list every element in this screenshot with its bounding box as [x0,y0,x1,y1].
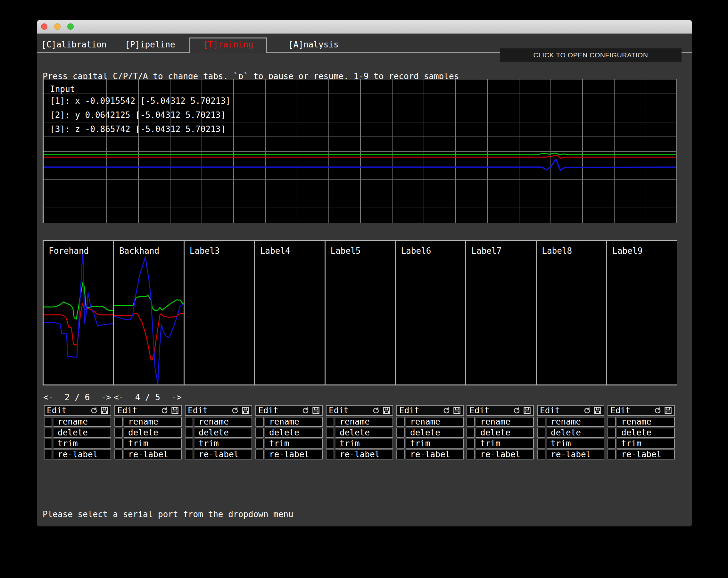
checkbox-rename[interactable] [44,417,52,427]
menu-item-rename[interactable]: rename [194,417,252,427]
save-icon[interactable] [594,406,601,414]
menu-item-rename[interactable]: rename [124,417,182,427]
menu-item-rename[interactable]: rename [547,417,604,427]
refresh-icon[interactable] [302,406,309,414]
tab-pipeline[interactable]: [P]ipeline [125,40,175,49]
menu-item-re-label[interactable]: re-label [265,449,323,459]
checkbox-trim[interactable] [467,439,475,449]
refresh-icon[interactable] [160,406,168,414]
menu-item-delete[interactable]: delete [124,428,182,438]
menu-item-delete[interactable]: delete [53,428,111,438]
menu-item-trim[interactable]: trim [547,439,604,449]
checkbox-rename[interactable] [185,417,193,427]
refresh-icon[interactable] [90,406,98,414]
menu-item-delete[interactable]: delete [476,428,534,438]
zoom-button[interactable] [67,23,74,30]
menu-item-rename[interactable]: rename [53,417,111,427]
checkbox-re-label[interactable] [326,449,334,459]
menu-item-trim[interactable]: trim [53,439,111,449]
menu-item-trim[interactable]: trim [265,439,323,449]
menu-item-delete[interactable]: delete [617,428,675,438]
checkbox-rename[interactable] [467,417,475,427]
tab-calibration[interactable]: [C]alibration [41,40,107,49]
menu-item-delete[interactable]: delete [336,428,393,438]
checkbox-delete[interactable] [326,428,334,438]
checkbox-re-label[interactable] [185,449,193,459]
tab-analysis[interactable]: [A]nalysis [288,40,339,49]
checkbox-rename[interactable] [537,417,545,427]
menu-item-re-label[interactable]: re-label [476,449,534,459]
refresh-icon[interactable] [654,406,661,414]
menu-item-trim[interactable]: trim [406,439,464,449]
menu-item-rename[interactable]: rename [617,417,675,427]
minimize-button[interactable] [54,23,60,30]
checkbox-re-label[interactable] [44,449,52,459]
menu-item-trim[interactable]: trim [336,439,393,449]
checkbox-delete[interactable] [467,428,475,438]
menu-item-trim[interactable]: trim [617,439,675,449]
checkbox-re-label[interactable] [255,449,264,459]
checkbox-re-label[interactable] [396,449,405,459]
menu-item-re-label[interactable]: re-label [53,449,111,459]
menu-item-delete[interactable]: delete [547,428,604,438]
menu-item-rename[interactable]: rename [265,417,323,427]
checkbox-trim[interactable] [396,439,405,449]
menu-item-re-label[interactable]: re-label [406,449,464,459]
menu-item-rename[interactable]: rename [406,417,464,427]
menu-item-trim[interactable]: trim [476,439,534,449]
checkbox-delete[interactable] [114,428,123,438]
menu-item-trim[interactable]: trim [194,439,252,449]
pager-next-arrow[interactable]: -> [101,393,111,402]
pager-next-arrow[interactable]: -> [172,393,182,402]
checkbox-re-label[interactable] [607,449,616,459]
refresh-icon[interactable] [583,406,591,414]
refresh-icon[interactable] [513,406,520,414]
checkbox-delete[interactable] [396,428,405,438]
save-icon[interactable] [312,406,320,414]
menu-item-re-label[interactable]: re-label [194,449,252,459]
checkbox-delete[interactable] [44,428,52,438]
menu-item-trim[interactable]: trim [124,439,182,449]
save-icon[interactable] [242,406,249,414]
save-icon[interactable] [453,406,461,414]
checkbox-rename[interactable] [396,417,405,427]
checkbox-re-label[interactable] [467,449,475,459]
menu-item-delete[interactable]: delete [194,428,252,438]
menu-item-re-label[interactable]: re-label [336,449,393,459]
checkbox-rename[interactable] [114,417,123,427]
checkbox-trim[interactable] [537,439,545,449]
checkbox-trim[interactable] [44,439,52,449]
pager-prev-arrow[interactable]: <- [114,393,124,402]
refresh-icon[interactable] [231,406,239,414]
menu-item-delete[interactable]: delete [406,428,464,438]
checkbox-rename[interactable] [607,417,616,427]
menu-item-re-label[interactable]: re-label [547,449,604,459]
save-icon[interactable] [523,406,531,414]
save-icon[interactable] [171,406,179,414]
refresh-icon[interactable] [442,406,450,414]
menu-item-rename[interactable]: rename [336,417,393,427]
menu-item-re-label[interactable]: re-label [617,449,675,459]
close-button[interactable] [41,23,47,30]
checkbox-trim[interactable] [114,439,123,449]
checkbox-delete[interactable] [537,428,545,438]
open-configuration-button[interactable]: CLICK TO OPEN CONFIGURATION [500,48,681,62]
pager-prev-arrow[interactable]: <- [43,393,53,402]
checkbox-rename[interactable] [255,417,264,427]
menu-item-rename[interactable]: rename [476,417,534,427]
menu-item-re-label[interactable]: re-label [124,449,182,459]
checkbox-trim[interactable] [326,439,334,449]
save-icon[interactable] [664,406,672,414]
checkbox-delete[interactable] [607,428,616,438]
menu-item-delete[interactable]: delete [265,428,323,438]
checkbox-delete[interactable] [185,428,193,438]
checkbox-rename[interactable] [326,417,334,427]
save-icon[interactable] [383,406,390,414]
refresh-icon[interactable] [372,406,380,414]
tab-training[interactable]: [T]raining [189,37,267,53]
save-icon[interactable] [101,406,108,414]
checkbox-delete[interactable] [255,428,264,438]
checkbox-trim[interactable] [607,439,616,449]
checkbox-re-label[interactable] [114,449,123,459]
checkbox-trim[interactable] [185,439,193,449]
